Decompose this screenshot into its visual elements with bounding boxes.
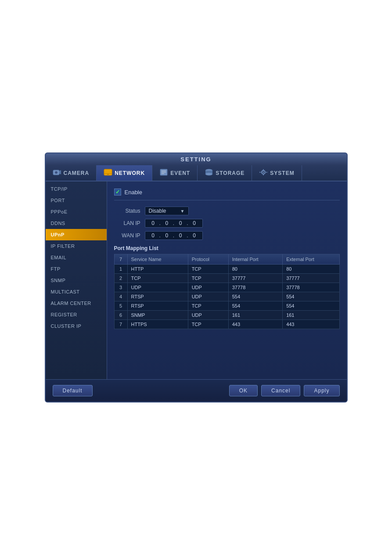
row-external-port: 554 (283, 301, 339, 311)
sidebar-item-pppoe[interactable]: PPPoE (46, 206, 107, 218)
wan-ip-seg3: 0 (176, 232, 185, 239)
table-row[interactable]: 1 HTTP TCP 80 80 (114, 265, 339, 274)
row-protocol: TCP (188, 274, 228, 283)
port-mapping-title: Port Mapping List (114, 245, 340, 251)
enable-checkbox[interactable] (114, 189, 121, 196)
table-header-row: 7 Service Name Protocol Internal Port Ex… (114, 254, 339, 265)
ok-button[interactable]: OK (229, 385, 258, 396)
row-internal-port: 161 (228, 311, 282, 320)
system-icon (259, 169, 268, 177)
sidebar-item-multicast[interactable]: MULTICAST (46, 286, 107, 297)
enable-label: Enable (125, 189, 142, 196)
lan-ip-seg2: 0 (162, 220, 171, 226)
wan-ip-row: WAN IP 0 . 0 . 0 . 0 (114, 231, 340, 240)
svg-point-14 (263, 172, 264, 173)
tab-camera-label: CAMERA (64, 170, 90, 176)
sidebar-item-ipfilter[interactable]: IP FILTER (46, 240, 107, 252)
sidebar-item-ftp[interactable]: FTP (46, 263, 107, 275)
tab-event-label: EVENT (170, 170, 190, 176)
setting-window: SETTING CAMERA (45, 152, 348, 403)
port-mapping-table: 7 Service Name Protocol Internal Port Ex… (114, 254, 340, 329)
cancel-button[interactable]: Cancel (261, 385, 300, 396)
row-external-port: 37777 (283, 274, 339, 283)
table-row[interactable]: 6 SNMP UDP 161 161 (114, 311, 339, 320)
table-header-num: 7 (114, 254, 127, 265)
tab-bar: CAMERA NETWORK (46, 165, 347, 181)
wan-ip-seg1: 0 (149, 232, 158, 239)
table-row[interactable]: 3 UDP UDP 37778 37778 (114, 283, 339, 292)
table-header-internal: Internal Port (228, 254, 282, 265)
apply-button[interactable]: Apply (304, 385, 339, 396)
svg-rect-5 (107, 174, 109, 175)
status-row: Status Disable ▼ (114, 207, 340, 215)
sidebar-item-snmp[interactable]: SNMP (46, 275, 107, 286)
wan-ip-input[interactable]: 0 . 0 . 0 . 0 (145, 231, 203, 240)
sidebar-item-alarmcenter[interactable]: ALARM CENTER (46, 297, 107, 309)
lan-ip-row: LAN IP 0 . 0 . 0 . 0 (114, 219, 340, 228)
row-external-port: 554 (283, 292, 339, 301)
lan-ip-input[interactable]: 0 . 0 . 0 . 0 (145, 219, 203, 228)
lan-ip-label: LAN IP (114, 220, 140, 226)
page-wrapper: SETTING CAMERA (0, 0, 392, 555)
row-num: 7 (114, 320, 127, 329)
wan-ip-seg2: 0 (162, 232, 171, 239)
title-bar: SETTING (46, 153, 347, 165)
sidebar-item-port[interactable]: PORT (46, 195, 107, 206)
sidebar-item-clusterip[interactable]: CLUSTER IP (46, 320, 107, 332)
row-external-port: 37778 (283, 283, 339, 292)
row-service: SNMP (127, 311, 188, 320)
row-service: TCP (127, 274, 188, 283)
svg-marker-2 (59, 170, 61, 174)
row-num: 4 (114, 292, 127, 301)
row-internal-port: 443 (228, 320, 282, 329)
svg-point-1 (54, 171, 58, 174)
row-service: RTSP (127, 301, 188, 311)
action-buttons: OK Cancel Apply (229, 385, 340, 396)
tab-system-label: SYSTEM (270, 170, 294, 176)
table-row[interactable]: 4 RTSP UDP 554 554 (114, 292, 339, 301)
table-row[interactable]: 2 TCP TCP 37777 37777 (114, 274, 339, 283)
network-icon (104, 169, 112, 177)
row-external-port: 80 (283, 265, 339, 274)
table-row[interactable]: 7 HTTPS TCP 443 443 (114, 320, 339, 329)
sidebar: TCP/IP PORT PPPoE DDNS UPnP IP FILTER (46, 181, 107, 379)
table-header-service: Service Name (127, 254, 188, 265)
tab-system[interactable]: SYSTEM (252, 165, 302, 181)
default-button[interactable]: Default (53, 385, 93, 396)
row-internal-port: 554 (228, 301, 282, 311)
row-protocol: UDP (188, 311, 228, 320)
table-row[interactable]: 5 RTSP TCP 554 554 (114, 301, 339, 311)
sidebar-item-register[interactable]: REGISTER (46, 309, 107, 320)
row-service: UDP (127, 283, 188, 292)
row-protocol: UDP (188, 292, 228, 301)
row-num: 2 (114, 274, 127, 283)
row-service: RTSP (127, 292, 188, 301)
sidebar-item-ddns[interactable]: DDNS (46, 218, 107, 229)
lan-ip-seg4: 0 (190, 220, 199, 226)
tab-storage[interactable]: STORAGE (198, 165, 252, 181)
row-external-port: 443 (283, 320, 339, 329)
title-label: SETTING (180, 156, 211, 163)
tab-network-label: NETWORK (115, 170, 145, 176)
row-protocol: TCP (188, 320, 228, 329)
sidebar-item-upnp[interactable]: UPnP (46, 229, 107, 240)
lan-ip-seg1: 0 (149, 220, 158, 226)
tab-network[interactable]: NETWORK (97, 165, 152, 181)
sidebar-item-tcpip[interactable]: TCP/IP (46, 183, 107, 195)
row-num: 1 (114, 265, 127, 274)
row-num: 6 (114, 311, 127, 320)
tab-camera[interactable]: CAMERA (46, 165, 97, 181)
tab-event[interactable]: EVENT (152, 165, 198, 181)
enable-row: Enable (114, 189, 340, 200)
svg-point-12 (205, 173, 212, 175)
status-value: Disable (149, 208, 166, 214)
row-internal-port: 80 (228, 265, 282, 274)
row-protocol: UDP (188, 283, 228, 292)
camera-icon (53, 169, 61, 177)
row-num: 3 (114, 283, 127, 292)
tab-storage-label: STORAGE (216, 170, 245, 176)
sidebar-item-email[interactable]: EMAIL (46, 252, 107, 263)
lan-ip-seg3: 0 (176, 220, 185, 226)
status-dropdown[interactable]: Disable ▼ (145, 207, 189, 215)
event-icon (159, 169, 168, 177)
